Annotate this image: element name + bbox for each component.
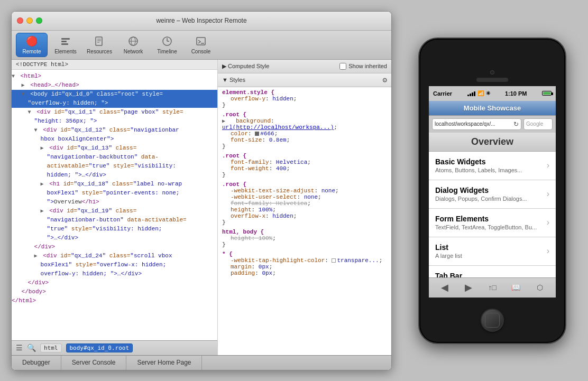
- list-icon[interactable]: ☰: [16, 343, 23, 352]
- triangle-div12[interactable]: ▼: [34, 126, 40, 135]
- dom-line-close-div2[interactable]: </div>: [12, 278, 217, 287]
- debugger-button[interactable]: Debugger: [12, 356, 61, 370]
- svg-rect-13: [197, 38, 205, 45]
- toolbar-btn-console[interactable]: Console: [185, 33, 217, 57]
- list-item-list[interactable]: List A large list ›: [429, 237, 556, 266]
- phone-search-input[interactable]: Google: [523, 118, 553, 130]
- css-rule-html-body: html, body { height: 100%; }: [222, 229, 387, 248]
- dom-line-div19[interactable]: ▶ <div id="qx_id_19" class=: [12, 207, 217, 216]
- show-inherited-checkbox[interactable]: [339, 63, 346, 70]
- dom-line-body[interactable]: ▼ <body id="qx_id_0" class="root" style=: [12, 90, 217, 99]
- dom-line-div13-a[interactable]: "navigationbar-backbutton" data-: [12, 153, 217, 162]
- dom-line-div13-b[interactable]: activatable="true" style="visibility:: [12, 162, 217, 171]
- dom-line-div19-a[interactable]: "navigationbar-button" data-activatable=: [12, 216, 217, 225]
- dom-line-div12-attr[interactable]: hbox boxAlignCenter">: [12, 135, 217, 144]
- dom-line-head[interactable]: ▶ <head>…</head>: [12, 81, 217, 90]
- maximize-button[interactable]: [36, 17, 42, 24]
- triangle-div24[interactable]: ▶: [34, 252, 40, 261]
- search-placeholder: Google: [526, 121, 543, 127]
- close-button[interactable]: [17, 17, 23, 24]
- transparent-swatch: [332, 258, 336, 263]
- phone-speaker: [476, 78, 508, 82]
- styles-bar: ▼ Styles ⚙: [218, 73, 391, 87]
- list-item-tab-bar[interactable]: Tab Bar Usings tabs to switch views ›: [429, 266, 556, 277]
- toolbar-btn-network[interactable]: Network: [117, 33, 149, 57]
- chevron-right-icon-3: ›: [547, 246, 549, 256]
- list-item-form-elements[interactable]: Form Elements TextField, TextArea, Toggl…: [429, 209, 556, 237]
- triangle-head[interactable]: ▶: [22, 81, 27, 90]
- dom-line-div19-b[interactable]: "true" style="visibility: hidden;: [12, 225, 217, 234]
- toolbar-btn-elements[interactable]: Elements: [50, 33, 81, 57]
- search-icon[interactable]: 🔍: [27, 343, 36, 352]
- bookmarks-button[interactable]: 📖: [508, 280, 524, 295]
- inspector-window: weinre – Web Inspector Remote 🔴 Remote E…: [11, 11, 392, 370]
- triangle-div19[interactable]: ▶: [41, 207, 46, 216]
- list-item-basic-widgets[interactable]: Basic Widgets Atoms, Buttons, Labels, Im…: [429, 152, 556, 180]
- dom-line-h1-a[interactable]: boxFlex1" style="pointer-events: none;: [12, 189, 217, 198]
- phone-bottom: [481, 298, 504, 343]
- phone-screen: Carrier 📶 ✳ 1:10 PM: [429, 86, 556, 298]
- dom-line-h1-b[interactable]: ">Overview</h1>: [12, 198, 217, 207]
- share-button[interactable]: ↑□: [484, 280, 500, 295]
- toolbar-btn-resources[interactable]: Resources: [84, 33, 115, 57]
- dom-line-close-nav[interactable]: </div>: [12, 243, 217, 252]
- styles-content[interactable]: element.style { overflow-y: hidden; } .r…: [218, 87, 391, 355]
- gear-icon[interactable]: ⚙: [383, 76, 387, 85]
- triangle-h1[interactable]: ▶: [41, 180, 46, 189]
- toolbar-btn-console-label: Console: [191, 49, 211, 54]
- time-label: 1:10 PM: [505, 90, 527, 97]
- dom-line-body-attr[interactable]: "overflow-y: hidden; ">: [12, 99, 217, 108]
- phone-nav-bar: Mobile Showcase: [429, 101, 556, 116]
- svg-rect-2: [61, 43, 68, 45]
- dom-line-div12[interactable]: ▼ <div id="qx_id_12" class="navigationba…: [12, 126, 217, 135]
- back-button[interactable]: ◀: [437, 280, 453, 295]
- show-inherited: Show inherited: [339, 63, 387, 70]
- dom-line-div1-attr[interactable]: "height: 356px; ">: [12, 117, 217, 126]
- dom-line-html[interactable]: ▼ <html>: [12, 72, 217, 81]
- triangle-html[interactable]: ▼: [12, 72, 17, 81]
- dom-line-close-html[interactable]: </html>: [12, 296, 217, 305]
- toolbar-btn-remote[interactable]: 🔴 Remote: [16, 33, 48, 57]
- triangle-div1[interactable]: ▼: [28, 108, 33, 117]
- dom-content[interactable]: ▼ <html> ▶ <head>…</head> ▼ <body id="qx…: [12, 70, 217, 340]
- dom-line-close-body[interactable]: </body>: [12, 287, 217, 296]
- minimize-button[interactable]: [26, 17, 33, 24]
- forward-button[interactable]: ▶: [461, 280, 476, 295]
- dom-line-div13-c[interactable]: hidden; ">…</div>: [12, 171, 217, 180]
- dom-line-h1[interactable]: ▶ <h1 id="qx_id_18" class="label no-wrap: [12, 180, 217, 189]
- refresh-icon[interactable]: ↻: [513, 120, 519, 128]
- dom-line-div24[interactable]: ▶ <div id="qx_id_24" class="scroll vbox: [12, 252, 217, 261]
- dom-line-div24-a[interactable]: boxFlex1" style="overflow-x: hidden;: [12, 261, 217, 270]
- css-rule-element-style: element.style { overflow-y: hidden; }: [222, 89, 387, 108]
- remote-icon: 🔴: [25, 35, 38, 48]
- triangle-body[interactable]: ▼: [22, 90, 27, 99]
- list-item-title-3: List: [435, 243, 547, 252]
- dom-line-div19-c[interactable]: ">…</div>: [12, 234, 217, 243]
- home-button[interactable]: [481, 309, 504, 332]
- computed-style-bar: ▶ Computed Style Show inherited: [218, 60, 391, 73]
- phone-address-input[interactable]: localhost/workspace/qx/... ↻: [432, 118, 521, 130]
- computed-style-label[interactable]: ▶ Computed Style: [222, 63, 269, 70]
- css-rule-root-1: .root { ▶background: url(http://localhos…: [222, 111, 387, 150]
- traffic-lights: [17, 17, 42, 24]
- toolbar-btn-timeline[interactable]: Timeline: [151, 33, 183, 57]
- server-console-button[interactable]: Server Console: [61, 356, 127, 370]
- dom-line-div24-b[interactable]: overflow-y: hidden; ">…</div>: [12, 270, 217, 278]
- phone-page-title: Overview: [471, 136, 513, 147]
- tabs-button[interactable]: ⬡: [532, 280, 548, 295]
- svg-rect-0: [61, 38, 70, 40]
- network-icon: [127, 35, 140, 48]
- toolbar-btn-resources-label: Resources: [87, 49, 112, 54]
- dom-line-div1[interactable]: ▼ <div id="qx_id_1" class="page vbox" st…: [12, 108, 217, 117]
- carrier-label: Carrier: [433, 90, 452, 97]
- styles-panel: ▶ Computed Style Show inherited ▼ Styles…: [218, 60, 391, 355]
- list-item-subtitle-0: Atoms, Buttons, Labels, Images...: [435, 167, 547, 173]
- breadcrumb-body[interactable]: body#qx_id_0.root: [66, 343, 133, 352]
- list-item-dialog-widgets[interactable]: Dialog Widgets Dialogs, Popups, Confirm …: [429, 180, 556, 209]
- breadcrumb-html[interactable]: html: [40, 343, 62, 352]
- list-item-title-1: Dialog Widgets: [435, 186, 547, 194]
- dom-line-div13[interactable]: ▶ <div id="qx_id_13" class=: [12, 144, 217, 153]
- triangle-div13[interactable]: ▶: [41, 144, 46, 153]
- server-home-page-button[interactable]: Server Home Page: [126, 356, 202, 370]
- phone-list: Basic Widgets Atoms, Buttons, Labels, Im…: [429, 152, 556, 277]
